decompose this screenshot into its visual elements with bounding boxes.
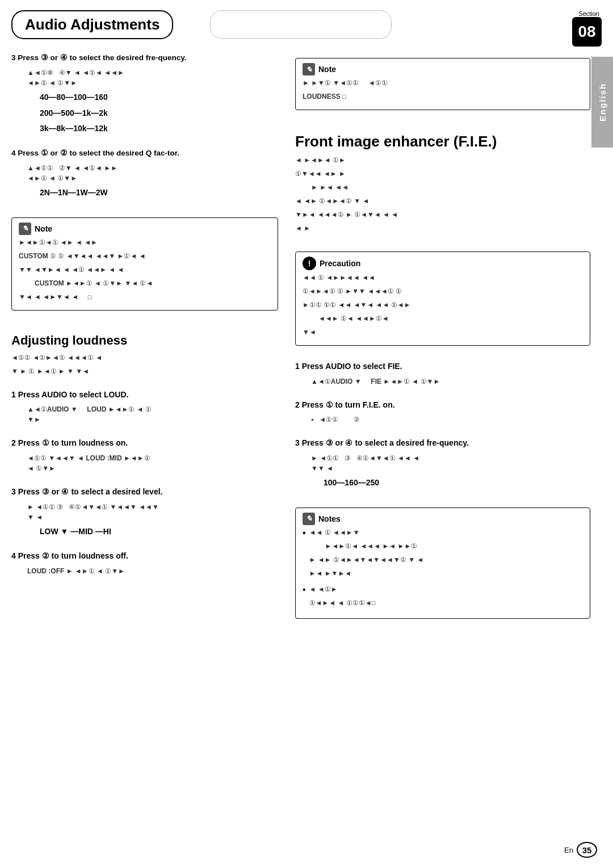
precaution-icon: ! <box>303 257 316 270</box>
fie-freqs: 100—160—250 <box>295 477 590 489</box>
notes-line1c: ► ◄► ①◄►◄▼◄▼◄◄▼① ▼ ◄ <box>309 555 583 565</box>
step-fie2-heading: 2 Press ① to turn F.I.E. on. <box>295 399 590 412</box>
note-box-left: ✎ Note ►◄►①◄① ◄► ◄ ◄► CUSTOM ① ① ◄▼◄◄ ◄◄… <box>11 217 278 311</box>
notes-box: ✎ Notes • ◄◄ ① ◄◄►▼ ►◄►①◄ ◄◄◄ ►◄ ►►① ► ◄… <box>295 508 590 619</box>
note1-line1: ►◄►①◄① ◄► ◄ ◄► <box>19 237 271 248</box>
note-label-left: Note <box>35 224 52 233</box>
step-loud4-sym: LOUD :OFF ► ◄►① ◄ ①▼► <box>11 566 278 576</box>
notes-icon: ✎ <box>303 513 315 525</box>
note1-line3: ▼▼ ◄▼►◄ ◄ ◄① ◄◄► ◄ ◄ <box>19 265 271 275</box>
prec-line4: ◄◄► ①◄ ◄◄►①◄ <box>303 313 583 324</box>
note-header-right: ✎ Note <box>303 63 583 76</box>
note-header-left: ✎ Note <box>19 223 271 235</box>
step3-symbols: ▲◄①⑧ ④▼ ◄ ◄①◄ ◄◄► ◄►① ◄ ①▼► <box>11 68 278 88</box>
note-icon-right: ✎ <box>303 63 315 76</box>
step-loud1-sym: ▲◄①AUDIO ▼ LOUD ►◄►① ◄ ① ▼► <box>11 404 278 425</box>
english-sidebar: English <box>591 57 613 148</box>
fie-intro1: ◄ ►◄►◄ ①► <box>295 155 590 165</box>
footer-page-number: 35 <box>577 842 597 858</box>
section-area: Section 08 <box>572 10 602 47</box>
notes-content-2: ◄ ◄①► ①◄►◄ ◄ ①①①◄□ <box>309 584 583 611</box>
prec-line3: ►①① ①① ◄◄ ◄▼◄ ◄◄ ①◄► <box>303 300 583 310</box>
footer: En 35 <box>564 842 597 858</box>
note-right-line1: ► ►▼① ▼◄①① ◄①① <box>303 78 583 88</box>
notes-bullet-1: • ◄◄ ① ◄◄►▼ ►◄►①◄ ◄◄◄ ►◄ ►►① ► ◄► ①◄►◄▼◄… <box>303 527 583 582</box>
fie-intro2: ①▼◄◄ ◄► ► <box>295 169 590 179</box>
left-column: 3 Press ③ or ④ to select the desired fre… <box>11 52 289 624</box>
step4-heading: 4 Press ① or ② to select the desired Q f… <box>11 148 278 160</box>
step-loud3-heading: 3 Press ③ or ④ to select a desired level… <box>11 486 278 498</box>
notes-line1a: ◄◄ ① ◄◄►▼ <box>309 527 583 538</box>
notes-bullet-2: • ◄ ◄①► ①◄►◄ ◄ ①①①◄□ <box>303 584 583 611</box>
precaution-header: ! Precaution <box>303 257 583 270</box>
notes-header: ✎ Notes <box>303 513 583 525</box>
fie-intro3: ► ►◄ ◄◄ <box>295 182 590 192</box>
precaution-label: Precaution <box>320 259 360 268</box>
note1-line2: CUSTOM ① ① ◄▼◄◄ ◄◄▼ ►①◄ ◄ <box>19 251 271 261</box>
loud-levels: LOW ▼ —MID —HI <box>11 526 278 538</box>
step-fie1-heading: 1 Press AUDIO to select FIE. <box>295 360 590 373</box>
top-center-border <box>210 10 392 39</box>
freq-line1: 40—80—100—160 <box>11 91 278 104</box>
notes-line1d: ►◄ ►▼►◄ <box>309 568 583 578</box>
notes-line2a: ◄ ◄①► <box>309 584 583 594</box>
note-box-right-top: ✎ Note ► ►▼① ▼◄①① ◄①① LOUDNESS □ <box>295 58 590 110</box>
prec-line5: ▼◄ <box>303 327 583 337</box>
note-icon-left: ✎ <box>19 223 31 235</box>
step-loud4-heading: 4 Press ② to turn loudness off. <box>11 550 278 563</box>
fie-intro5: ▼►◄ ◄◄◄① ► ①◄▼◄ ◄ ◄ <box>295 209 590 220</box>
step-loud2-heading: 2 Press ① to turn loudness on. <box>11 437 278 450</box>
step4-symbols: ▲◄①① ②▼ ◄ ◄①◄ ►► ◄►① ◄ ①▼► <box>11 163 278 183</box>
fie-heading: Front image enhancer (F.I.E.) <box>295 133 590 150</box>
section-label: Section <box>578 10 599 17</box>
notes-line1b: ►◄►①◄ ◄◄◄ ►◄ ►►① <box>309 541 583 551</box>
notes-content-1: ◄◄ ① ◄◄►▼ ►◄►①◄ ◄◄◄ ►◄ ►►① ► ◄► ①◄►◄▼◄▼◄… <box>309 527 583 582</box>
note-label-right: Note <box>318 65 336 74</box>
notes-label: Notes <box>318 514 341 523</box>
note-right-loudness: LOUDNESS □ <box>303 91 583 102</box>
step-loud2-sym: ◄①① ▼◄◄▼ ◄ LOUD :MID ►◄►① ◄ ①▼► <box>11 453 278 473</box>
top-bar: Audio Adjustments Section 08 <box>0 0 613 47</box>
fie-intro4: ◄ ◄► ①◄►◄① ▼ ◄ <box>295 196 590 206</box>
title-box: Audio Adjustments <box>11 10 173 39</box>
bullet-dot-2: • <box>303 584 306 596</box>
step-fie2-sym: ▪ ◄①① ② <box>295 414 590 425</box>
adjusting-loudness-heading: Adjusting loudness <box>11 333 278 348</box>
page-wrapper: Audio Adjustments Section 08 English 3 P… <box>0 0 613 868</box>
freq-line2: 200—500—1k—2k <box>11 107 278 120</box>
page-title: Audio Adjustments <box>25 16 159 33</box>
notes-line2b: ①◄►◄ ◄ ①①①◄□ <box>309 598 583 608</box>
note1-indent: CUSTOM ►◄►① ◄ ①▼► ▼◄ ①◄ <box>19 278 271 288</box>
step-fie3-heading: 3 Press ③ or ④ to select a desired fre-q… <box>295 437 590 450</box>
adj-intro1: ◄①① ◄①►◄① ◄◄◄① ◄ <box>11 353 278 363</box>
step-loud1-heading: 1 Press AUDIO to select LOUD. <box>11 389 278 401</box>
adj-intro2: ▼ ► ① ►◄① ► ▼ ▼◄ <box>11 366 278 376</box>
step-fie1-sym: ▲◄①AUDIO ▼ FIE ►◄►① ◄ ①▼► <box>295 376 590 387</box>
prec-line2: ①◄►◄① ① ►▼▼ ◄◄◄① ① <box>303 286 583 296</box>
note1-end: ▼◄ ◄ ◄►▼◄ ◄ □ <box>19 292 271 302</box>
qfactor-line: 2N—1N—1W—2W <box>11 187 278 199</box>
bullet-dot-1: • <box>303 527 306 539</box>
section-number: 08 <box>572 17 602 47</box>
freq-line3: 3k—8k—10k—12k <box>11 123 278 135</box>
footer-en-label: En <box>564 846 573 854</box>
step-fie3-sym: ► ◄①① ③ ④①◄▼◄① ◄◄ ◄ ▼▼ ◄ <box>295 453 590 473</box>
precaution-box: ! Precaution ◄◄ ① ◄►►◄◄ ◄◄ ①◄►◄① ① ►▼▼ ◄… <box>295 251 590 346</box>
step-loud3-sym: ► ◄①① ③ ④①◄▼◄① ▼◄◄▼ ◄◄▼ ▼ ◄ <box>11 502 278 522</box>
main-content: 3 Press ③ or ④ to select the desired fre… <box>0 47 613 636</box>
right-column: ✎ Note ► ►▼① ▼◄①① ◄①① LOUDNESS □ Front i… <box>289 52 590 624</box>
step3-heading: 3 Press ③ or ④ to select the desired fre… <box>11 52 278 64</box>
fie-intro6: ◄ ► <box>295 223 590 233</box>
prec-line1: ◄◄ ① ◄►►◄◄ ◄◄ <box>303 272 583 283</box>
